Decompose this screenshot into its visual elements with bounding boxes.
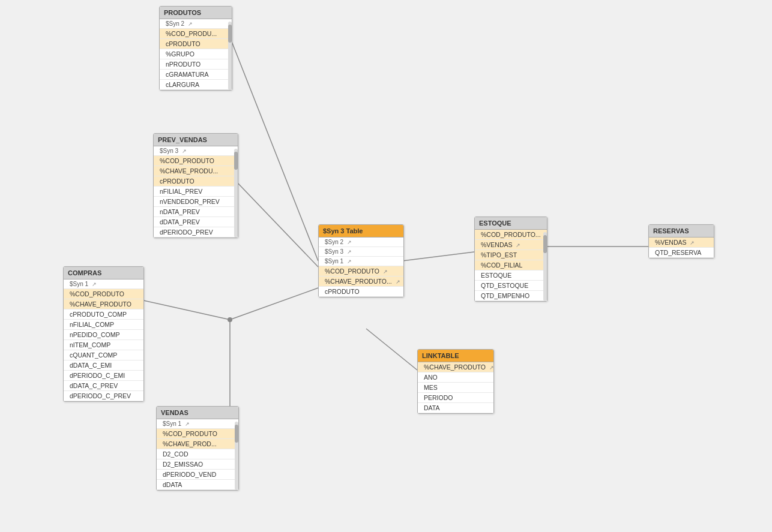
prev-vendas-periodo[interactable]: dPERIODO_PREV [154, 227, 238, 238]
prev-vendas-ddata[interactable]: dDATA_PREV [154, 217, 238, 227]
syn3-header: $Syn 3 Table [319, 225, 403, 238]
estoque-header: ESTOQUE [475, 217, 547, 230]
svg-line-0 [231, 40, 318, 261]
linktable-header: LINKTABLE [418, 350, 493, 362]
prev-vendas-filial[interactable]: nFILIAL_PREV [154, 187, 238, 197]
syn3-cproduto[interactable]: cPRODUTO [319, 287, 403, 297]
vendas-d2cod[interactable]: D2_COD [157, 449, 238, 459]
svg-line-8 [366, 329, 417, 370]
vendas-data[interactable]: dDATA [157, 480, 238, 490]
svg-line-3 [230, 288, 318, 320]
produtos-cproduto[interactable]: cPRODUTO [160, 39, 232, 49]
produtos-gramatura[interactable]: cGRAMATURA [160, 70, 232, 80]
estoque-filial[interactable]: %COD_FILIAL [475, 260, 547, 270]
canvas: PRODUTOS $Syn 2 ↗ %COD_PRODU... cPRODUTO… [0, 0, 772, 532]
compras-syn1[interactable]: $Syn 1 ↗ [64, 279, 143, 289]
prev-vendas-syn3[interactable]: $Syn 3 ↗ [154, 146, 238, 156]
linktable-table: LINKTABLE %CHAVE_PRODUTO ↗ ANO MES PERIO… [417, 349, 494, 414]
prev-vendas-header: PREV_VENDAS [154, 134, 238, 146]
produtos-cod[interactable]: %COD_PRODU... [160, 29, 232, 39]
compras-item[interactable]: nITEM_COMP [64, 340, 143, 350]
syn3-chave[interactable]: %CHAVE_PRODUTO... ↗ [319, 276, 403, 287]
linktable-mes[interactable]: MES [418, 383, 493, 393]
vendas-header: VENDAS [157, 407, 238, 419]
estoque-table: ESTOQUE %COD_PRODUTO... %VENDAS ↗ %TIPO_… [474, 217, 547, 302]
svg-line-2 [141, 300, 230, 320]
reservas-qtd[interactable]: QTD_RESERVA [649, 248, 714, 258]
svg-line-6 [402, 252, 474, 261]
compras-cod[interactable]: %COD_PRODUTO [64, 289, 143, 299]
syn3-table: $Syn 3 Table $Syn 2 ↗ $Syn 3 ↗ $Syn 1 ↗ … [318, 224, 404, 297]
prev-vendas-vendedor[interactable]: nVENDEDOR_PREV [154, 197, 238, 207]
compras-quant[interactable]: cQUANT_COMP [64, 350, 143, 360]
estoque-qtd[interactable]: QTD_ESTOQUE [475, 281, 547, 291]
vendas-emissao[interactable]: D2_EMISSAO [157, 459, 238, 470]
syn3-cod[interactable]: %COD_PRODUTO ↗ [319, 266, 403, 276]
reservas-table: RESERVAS %VENDAS ↗ QTD_RESERVA [648, 224, 714, 259]
vendas-cod[interactable]: %COD_PRODUTO [157, 429, 238, 439]
produtos-header: PRODUTOS [160, 7, 232, 19]
svg-line-1 [236, 181, 318, 267]
prev-vendas-ndata[interactable]: nDATA_PREV [154, 207, 238, 217]
prev-vendas-chave[interactable]: %CHAVE_PRODU... [154, 166, 238, 176]
compras-data-prev[interactable]: dDATA_C_PREV [64, 381, 143, 391]
vendas-periodo[interactable]: dPERIODO_VEND [157, 470, 238, 480]
prev-vendas-cod[interactable]: %COD_PRODUTO [154, 156, 238, 166]
compras-header: COMPRAS [64, 267, 143, 279]
compras-filial[interactable]: nFILIAL_COMP [64, 320, 143, 330]
svg-point-9 [228, 317, 232, 322]
linktable-periodo[interactable]: PERIODO [418, 393, 493, 403]
vendas-table: VENDAS $Syn 1 ↗ %COD_PRODUTO %CHAVE_PROD… [156, 406, 239, 491]
syn3-syn2[interactable]: $Syn 2 ↗ [319, 238, 403, 247]
linktable-data[interactable]: DATA [418, 403, 493, 413]
vendas-syn1[interactable]: $Syn 1 ↗ [157, 419, 238, 429]
vendas-chave[interactable]: %CHAVE_PROD... [157, 439, 238, 449]
compras-periodo-emi[interactable]: dPERIODO_C_EMI [64, 371, 143, 381]
prev-vendas-cproduto[interactable]: cPRODUTO [154, 176, 238, 187]
estoque-cod[interactable]: %COD_PRODUTO... [475, 230, 547, 240]
linktable-chave[interactable]: %CHAVE_PRODUTO ↗ [418, 362, 493, 372]
estoque-empenho[interactable]: QTD_EMPENHO [475, 291, 547, 301]
produtos-nproduto[interactable]: nPRODUTO [160, 59, 232, 70]
estoque-estoque[interactable]: ESTOQUE [475, 270, 547, 281]
estoque-vendas[interactable]: %VENDAS ↗ [475, 240, 547, 250]
reservas-vendas[interactable]: %VENDAS ↗ [649, 238, 714, 248]
produtos-largura[interactable]: cLARGURA [160, 80, 232, 90]
produtos-syn2[interactable]: $Syn 2 ↗ [160, 19, 232, 29]
prev-vendas-table: PREV_VENDAS $Syn 3 ↗ %COD_PRODUTO %CHAVE… [153, 133, 238, 238]
produtos-grupo[interactable]: %GRUPO [160, 49, 232, 59]
produtos-table: PRODUTOS $Syn 2 ↗ %COD_PRODU... cPRODUTO… [159, 6, 232, 91]
compras-cproduto[interactable]: cPRODUTO_COMP [64, 309, 143, 320]
estoque-tipo[interactable]: %TIPO_EST [475, 250, 547, 260]
compras-table: COMPRAS $Syn 1 ↗ %COD_PRODUTO %CHAVE_PRO… [63, 266, 144, 402]
syn3-syn1[interactable]: $Syn 1 ↗ [319, 257, 403, 266]
compras-periodo-prev[interactable]: dPERIODO_C_PREV [64, 391, 143, 401]
compras-pedido[interactable]: nPEDIDO_COMP [64, 330, 143, 340]
compras-chave[interactable]: %CHAVE_PRODUTO [64, 299, 143, 309]
linktable-ano[interactable]: ANO [418, 372, 493, 383]
compras-data-emi[interactable]: dDATA_C_EMI [64, 360, 143, 371]
reservas-header: RESERVAS [649, 225, 714, 238]
syn3-syn3[interactable]: $Syn 3 ↗ [319, 247, 403, 257]
